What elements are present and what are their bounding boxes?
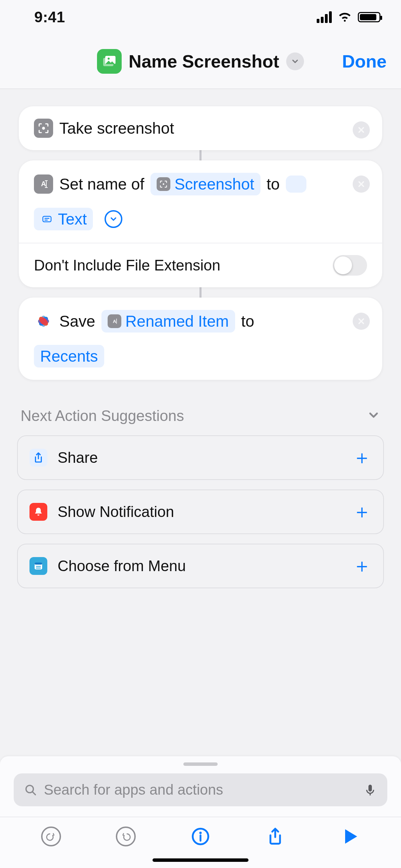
undo-button[interactable] xyxy=(40,825,62,847)
suggestion-label: Show Notification xyxy=(58,503,342,520)
action-prefix: Set name of xyxy=(59,175,144,193)
collapse-suggestions-button[interactable] xyxy=(367,408,380,423)
remove-action-button[interactable] xyxy=(353,121,370,138)
suggestions-section: Next Action Suggestions Share ＋ Show Not… xyxy=(0,380,401,588)
suggestion-choose-menu[interactable]: Choose from Menu ＋ xyxy=(17,544,384,588)
suggestion-share[interactable]: Share ＋ xyxy=(17,435,384,480)
screenshot-token-icon xyxy=(157,177,170,191)
search-field[interactable]: Search for apps and actions xyxy=(14,773,387,806)
expand-options-button[interactable] xyxy=(105,210,122,228)
info-button[interactable] xyxy=(190,825,211,847)
suggestion-label: Share xyxy=(58,449,342,466)
action-save-to-photos[interactable]: Save A Renamed Item to Recents xyxy=(19,298,382,380)
svg-text:A: A xyxy=(41,180,46,188)
status-bar: 9:41 xyxy=(0,0,401,34)
variable-label: Recents xyxy=(40,347,98,365)
home-indicator[interactable] xyxy=(153,858,248,862)
action-mid: to xyxy=(241,312,254,330)
menu-icon xyxy=(29,557,47,575)
battery-icon xyxy=(358,12,380,22)
action-take-screenshot[interactable]: Take screenshot xyxy=(19,106,382,150)
suggestions-title: Next Action Suggestions xyxy=(21,407,184,424)
suggestion-show-notification[interactable]: Show Notification ＋ xyxy=(17,490,384,534)
status-icons xyxy=(317,11,380,23)
actions-list: Take screenshot A Set name of Screenshot xyxy=(0,89,401,380)
wifi-icon xyxy=(338,12,352,22)
extension-toggle[interactable] xyxy=(333,255,367,276)
svg-rect-23 xyxy=(35,563,42,565)
svg-point-3 xyxy=(42,127,45,130)
add-suggestion-button[interactable]: ＋ xyxy=(352,445,372,471)
dictation-icon[interactable] xyxy=(363,783,377,797)
add-suggestion-button[interactable]: ＋ xyxy=(352,553,372,579)
screenshot-icon xyxy=(34,119,53,138)
run-button[interactable] xyxy=(339,825,361,847)
drag-handle[interactable] xyxy=(183,762,218,766)
share-icon xyxy=(29,449,47,467)
shortcut-photos-icon xyxy=(97,49,122,74)
search-icon xyxy=(24,783,37,796)
variable-label: Renamed Item xyxy=(125,312,229,330)
variable-text[interactable]: Text xyxy=(34,208,93,230)
variable-recents-album[interactable]: Recents xyxy=(34,345,104,367)
svg-point-8 xyxy=(163,183,165,185)
search-placeholder: Search for apps and actions xyxy=(44,782,356,798)
rename-icon: A xyxy=(34,174,53,194)
variable-screenshot[interactable]: Screenshot xyxy=(150,173,260,195)
status-time: 9:41 xyxy=(34,9,65,26)
variable-label: Text xyxy=(58,210,87,228)
header-title-group[interactable]: Name Screenshot xyxy=(97,49,304,74)
rename-token-icon: A xyxy=(108,314,121,328)
action-set-name[interactable]: A Set name of Screenshot to Text xyxy=(19,160,382,287)
svg-rect-9 xyxy=(43,216,51,222)
svg-rect-28 xyxy=(368,785,372,792)
redo-button[interactable] xyxy=(115,825,137,847)
title-menu-button[interactable] xyxy=(286,52,304,70)
photos-app-icon xyxy=(34,312,53,331)
svg-point-2 xyxy=(108,58,110,60)
option-dont-include-extension: Don't Include File Extension xyxy=(19,243,382,287)
action-mid: to xyxy=(267,175,280,193)
variable-renamed-item[interactable]: A Renamed Item xyxy=(101,310,235,333)
option-label: Don't Include File Extension xyxy=(34,257,220,274)
share-button[interactable] xyxy=(264,825,286,847)
shortcut-title: Name Screenshot xyxy=(129,51,279,72)
connector xyxy=(199,150,202,160)
svg-point-31 xyxy=(199,832,202,834)
suggestion-label: Choose from Menu xyxy=(58,557,342,575)
text-token-icon xyxy=(40,212,54,226)
connector xyxy=(199,287,202,298)
action-title: Take screenshot xyxy=(59,119,174,137)
add-suggestion-button[interactable]: ＋ xyxy=(352,499,372,525)
svg-line-27 xyxy=(33,792,35,795)
svg-text:A: A xyxy=(113,319,116,324)
done-button[interactable]: Done xyxy=(342,51,387,72)
name-value-field[interactable] xyxy=(286,176,306,193)
action-search-panel[interactable]: Search for apps and actions xyxy=(0,756,401,817)
cellular-icon xyxy=(317,11,332,23)
header: Name Screenshot Done xyxy=(0,34,401,89)
variable-label: Screenshot xyxy=(174,175,254,193)
notification-icon xyxy=(29,503,47,521)
action-prefix: Save xyxy=(59,312,95,330)
remove-action-button[interactable] xyxy=(353,313,370,330)
remove-action-button[interactable] xyxy=(353,176,370,193)
